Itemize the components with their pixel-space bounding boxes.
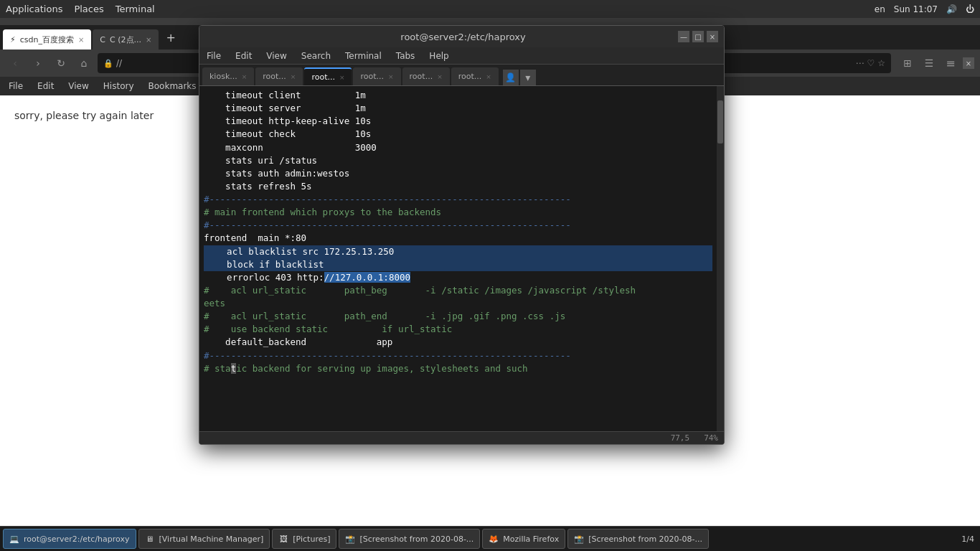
taskbar: 💻 root@server2:/etc/haproxy 🖥 [Virtual M… — [0, 526, 980, 551]
virt-manager-icon: 🖥 — [145, 534, 155, 544]
term-tab-overflow[interactable]: ▾ — [520, 70, 536, 85]
terminal-titlebar: root@server2:/etc/haproxy — □ × — [199, 26, 724, 47]
taskbar-item-virt-manager[interactable]: 🖥 [Virtual Machine Manager] — [138, 529, 270, 549]
line-5: maxconn 3000 — [204, 141, 712, 154]
line-4: timeout check 10s — [204, 128, 712, 141]
term-tab-label-3: root... — [360, 72, 384, 81]
term-edit-menu[interactable]: Edit — [232, 50, 255, 62]
line-errorloc: errorloc 403 http://127.0.0.1:8000 — [204, 271, 712, 284]
line-7: stats auth admin:westos — [204, 167, 712, 180]
overflow-menu[interactable]: ≡ — [941, 54, 960, 72]
taskbar-firefox-label: Mozilla Firefox — [503, 534, 559, 544]
term-tab-close-5[interactable]: × — [486, 73, 491, 80]
term-help-menu[interactable]: Help — [426, 50, 451, 62]
bookmark-heart-icon[interactable]: ♡ — [867, 58, 875, 68]
terminal-menu: File Edit View Search Terminal Tabs Help — [199, 47, 724, 65]
term-tabs-menu[interactable]: Tabs — [393, 50, 418, 62]
terminal-close-button[interactable]: × — [707, 31, 718, 42]
firefox-bookmarks-menu[interactable]: Bookmarks — [146, 80, 199, 93]
tab-close-2[interactable]: × — [146, 36, 151, 44]
term-tab-close-2[interactable]: × — [339, 74, 345, 81]
firefox-edit-menu[interactable]: Edit — [34, 80, 57, 93]
terminal-maximize-button[interactable]: □ — [692, 31, 704, 42]
firefox-history-menu[interactable]: History — [100, 80, 137, 93]
taskbar-item-screenshot1[interactable]: 📸 [Screenshot from 2020-08-... — [339, 529, 480, 549]
terminal-content[interactable]: timeout client 1m timeout server 1m time… — [199, 86, 717, 431]
back-button[interactable]: ‹ — [6, 54, 24, 72]
tab-label: csdn_百度搜索 — [20, 34, 74, 45]
term-tab-5[interactable]: root... × — [451, 67, 499, 85]
forward-button[interactable]: › — [29, 54, 47, 72]
term-tab-label-5: root... — [458, 72, 482, 81]
terminal-menu[interactable]: Terminal — [116, 4, 155, 14]
term-tab-close-3[interactable]: × — [388, 73, 394, 80]
line-1: timeout client 1m — [204, 89, 712, 102]
sidebar-toggle[interactable]: ☰ — [920, 54, 938, 72]
line-frontend: frontend main *:80 — [204, 232, 712, 245]
scroll-percent: 74% — [704, 433, 718, 443]
taskbar-item-firefox[interactable]: 🦊 Mozilla Firefox — [482, 529, 565, 549]
pictures-icon: 🖼 — [278, 534, 288, 544]
line-url-static2: # acl url_static path_end -i .jpg .gif .… — [204, 310, 712, 323]
term-tab-0[interactable]: kiosk... × — [202, 67, 254, 85]
term-terminal-menu[interactable]: Terminal — [342, 50, 385, 62]
firefox-tab-2[interactable]: C C (2点... × — [93, 29, 159, 50]
places-menu[interactable]: Places — [74, 4, 103, 14]
terminal-minimize-button[interactable]: — — [678, 31, 689, 42]
line-use-backend: # use backend static if url_static — [204, 323, 712, 336]
taskbar-item-screenshot2[interactable]: 📸 [Screenshot from 2020-08-... — [567, 529, 709, 549]
tab-close-csdn[interactable]: × — [78, 36, 84, 44]
term-tab-close-0[interactable]: × — [242, 73, 248, 80]
home-button[interactable]: ⌂ — [75, 54, 93, 72]
line-sep3: #---------------------------------------… — [204, 349, 712, 362]
cursor-position: 77,5 — [671, 433, 690, 443]
firefox-view-menu[interactable]: View — [65, 80, 91, 93]
line-comment2: # static backend for serving up images, … — [204, 362, 712, 375]
terminal-window-buttons: — □ × — [678, 31, 718, 42]
taskbar-pictures-label: [Pictures] — [293, 534, 330, 544]
term-view-menu[interactable]: View — [263, 50, 289, 62]
line-sep1: #---------------------------------------… — [204, 193, 712, 206]
taskbar-item-pictures[interactable]: 🖼 [Pictures] — [272, 529, 336, 549]
star-icon[interactable]: ☆ — [877, 58, 885, 68]
clock: Sun 11:07 — [894, 4, 938, 14]
term-tab-1[interactable]: root... × — [255, 67, 303, 85]
line-8: stats refresh 5s — [204, 180, 712, 193]
volume-icon[interactable]: 🔊 — [946, 4, 957, 14]
taskbar-terminal-label: root@server2:/etc/haproxy — [24, 534, 130, 544]
scrollbar-thumb[interactable] — [717, 100, 723, 143]
more-icon[interactable]: ⋯ — [855, 58, 864, 68]
screenshot1-icon: 📸 — [345, 534, 355, 544]
line-comment1: # main frontend which proxys to the back… — [204, 206, 712, 219]
library-icon[interactable]: ⊞ — [898, 54, 917, 72]
tab-favicon-2: C — [100, 35, 105, 44]
reload-button[interactable]: ↻ — [52, 54, 70, 72]
terminal-tabs: kiosk... × root... × root... × root... ×… — [199, 65, 724, 86]
window-close-btn[interactable]: × — [963, 57, 974, 69]
term-tab-profile[interactable]: 👤 — [503, 70, 519, 85]
term-file-menu[interactable]: File — [204, 50, 224, 62]
line-url-static1: # acl url_static path_beg -i /static /im… — [204, 284, 712, 297]
line-sep2: #---------------------------------------… — [204, 219, 712, 232]
terminal-scrollbar[interactable] — [717, 86, 724, 431]
term-tab-3[interactable]: root... × — [353, 67, 400, 85]
term-tab-label-0: kiosk... — [209, 72, 237, 81]
power-icon[interactable]: ⏻ — [966, 4, 974, 14]
term-tab-close-4[interactable]: × — [437, 73, 443, 80]
term-search-menu[interactable]: Search — [298, 50, 334, 62]
firefox-tab-csdn[interactable]: ⚡ csdn_百度搜索 × — [3, 29, 91, 50]
term-tab-4[interactable]: root... × — [402, 67, 450, 85]
firefox-file-menu[interactable]: File — [6, 80, 26, 93]
tab-label-2: C (2点... — [110, 34, 141, 45]
term-tab-2[interactable]: root... × — [304, 67, 352, 85]
terminal-title: root@server2:/etc/haproxy — [248, 32, 678, 42]
term-tab-label-4: root... — [410, 72, 433, 81]
term-tab-close-1[interactable]: × — [291, 73, 296, 80]
line-6: stats uri /status — [204, 154, 712, 167]
line-acl: acl blacklist src 172.25.13.250 — [204, 245, 712, 258]
taskbar-item-terminal[interactable]: 💻 root@server2:/etc/haproxy — [3, 529, 136, 549]
new-tab-button[interactable]: + — [160, 28, 181, 47]
system-bar: Applications Places Terminal en Sun 11:0… — [0, 0, 980, 18]
firefox-task-icon: 🦊 — [489, 534, 499, 544]
applications-menu[interactable]: Applications — [6, 4, 62, 14]
